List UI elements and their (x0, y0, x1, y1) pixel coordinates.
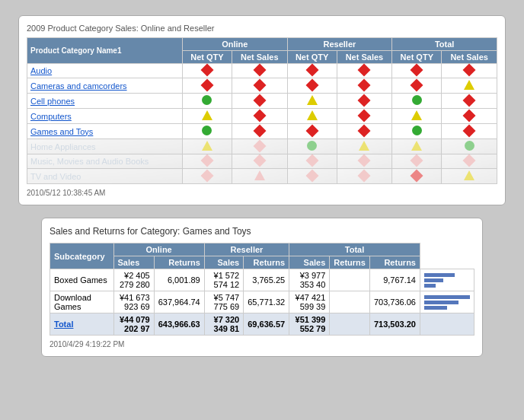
top-panel-timestamp: 2010/5/12 10:38:45 AM (27, 189, 497, 197)
detail-cell-0-3: 3,765.25 (244, 269, 289, 291)
det-reseller-header: Reseller (204, 243, 289, 256)
shape-diamond-red (200, 78, 213, 91)
detail-cell-2-6: 713,503.20 (369, 313, 420, 336)
bottom-panel: Sales and Returns for Category: Games an… (41, 218, 483, 357)
shape-cell-5-5 (442, 139, 497, 154)
shape-cell-5-1 (232, 139, 287, 154)
detail-cell-2-1: 643,966.63 (154, 313, 204, 336)
detail-cell-1-2: ¥5 747 775 69 (204, 291, 243, 313)
detail-cell-0-6: 9,767.14 (369, 269, 420, 291)
shape-triangle-yellow (464, 80, 474, 90)
shape-cell-1-1 (232, 78, 287, 94)
shape-cell-7-4 (392, 169, 442, 184)
shape-cell-7-0 (182, 169, 232, 184)
category-row-name: Home Appliances (27, 139, 183, 154)
shape-diamond-pink (305, 169, 318, 182)
shape-diamond-pink (411, 154, 423, 167)
category-row-name[interactable]: Cameras and camcorders (27, 78, 183, 94)
shape-diamond-red (200, 64, 213, 77)
detail-row-name[interactable]: Total (50, 313, 114, 336)
category-row-name: Music, Movies and Audio Books (27, 154, 183, 169)
shape-diamond-red (463, 64, 476, 77)
shape-cell-6-2 (287, 154, 337, 169)
shape-diamond-red (411, 78, 423, 91)
detail-cell-0-7 (420, 269, 474, 291)
shape-triangle-yellow (464, 170, 474, 180)
shape-diamond-red (463, 124, 476, 137)
shape-cell-2-0 (182, 94, 232, 109)
shape-triangle-yellow (307, 95, 318, 105)
shape-cell-3-2 (287, 109, 337, 124)
detail-cell-2-7 (420, 313, 474, 336)
shape-cell-2-4 (392, 94, 442, 109)
shape-cell-6-3 (337, 154, 392, 169)
shape-cell-5-3 (337, 139, 392, 154)
shape-cell-3-5 (442, 109, 497, 124)
shape-circle-green (412, 95, 422, 105)
shape-triangle-yellow (359, 141, 369, 151)
shape-cell-3-3 (337, 109, 392, 124)
shape-cell-5-4 (392, 139, 442, 154)
detail-cell-0-5 (330, 269, 370, 291)
shape-diamond-red (358, 64, 371, 77)
shape-cell-0-5 (442, 64, 497, 78)
category-row-name[interactable]: Computers (27, 109, 183, 124)
shape-cell-3-4 (392, 109, 442, 124)
subcategory-header: Subcategory (50, 243, 114, 269)
mini-bar-segment (424, 306, 447, 310)
shape-cell-7-5 (442, 169, 497, 184)
detail-cell-0-2: ¥1 572 574 12 (204, 269, 243, 291)
detail-table-row: Boxed Games¥2 405 279 2806,001.89¥1 572 … (50, 269, 474, 291)
col-online-net-qty: Net QTY (182, 51, 232, 64)
shape-cell-0-1 (232, 64, 287, 78)
shape-circle-green (412, 126, 422, 135)
shape-circle-green (307, 141, 317, 151)
shape-triangle-yellow (411, 141, 422, 151)
shape-diamond-red (305, 64, 318, 77)
detail-cell-1-0: ¥41 673 923 69 (113, 291, 154, 313)
shape-cell-1-3 (337, 78, 392, 94)
det-online-header: Online (113, 243, 204, 256)
shape-diamond-pink (200, 169, 213, 182)
det-col-reseller-returns: Returns (244, 256, 289, 269)
detail-cell-2-4: ¥51 399 552 79 (289, 313, 330, 336)
shape-triangle-yellow (202, 110, 212, 120)
shape-cell-1-4 (392, 78, 442, 94)
shape-cell-2-5 (442, 94, 497, 109)
bottom-panel-title: Sales and Returns for Category: Games an… (50, 226, 474, 237)
shape-diamond-pink (253, 139, 266, 152)
shape-cell-2-3 (337, 94, 392, 109)
mini-bar-chart (424, 295, 470, 310)
detail-cell-1-6: 703,736.06 (369, 291, 420, 313)
detail-cell-1-7 (420, 291, 474, 313)
detail-cell-2-2: ¥7 320 349 81 (204, 313, 243, 336)
shape-diamond-red (253, 124, 266, 137)
det-col-reseller-sales: Sales (204, 256, 243, 269)
reseller-group-header: Reseller (287, 38, 392, 51)
shape-diamond-red (305, 124, 318, 137)
shape-cell-0-4 (392, 64, 442, 78)
mini-bar-segment (424, 278, 443, 282)
detail-table: Subcategory Online Reseller Total Sales … (50, 243, 474, 336)
category-row-name[interactable]: Games and Toys (27, 124, 183, 139)
category-row-name[interactable]: Cell phones (27, 94, 183, 109)
col-total-net-sales: Net Sales (442, 51, 497, 64)
detail-cell-1-3: 65,771.32 (244, 291, 289, 313)
bottom-panel-timestamp: 2010/4/29 4:19:22 PM (50, 340, 474, 348)
category-row-name[interactable]: Audio (27, 64, 183, 78)
shape-diamond-pink (253, 154, 266, 167)
shape-cell-0-0 (182, 64, 232, 78)
shape-cell-5-2 (287, 139, 337, 154)
shape-cell-4-0 (182, 124, 232, 139)
col-online-net-sales: Net Sales (232, 51, 287, 64)
shape-diamond-red (358, 94, 371, 107)
shape-cell-0-3 (337, 64, 392, 78)
category-row-name: TV and Video (27, 169, 183, 184)
shape-triangle-yellow (307, 110, 318, 120)
shape-cell-1-2 (287, 78, 337, 94)
online-group-header: Online (182, 38, 287, 51)
shape-diamond-red (253, 78, 266, 91)
mini-bar-segment (424, 295, 470, 299)
shape-cell-6-0 (182, 154, 232, 169)
shape-cell-0-2 (287, 64, 337, 78)
